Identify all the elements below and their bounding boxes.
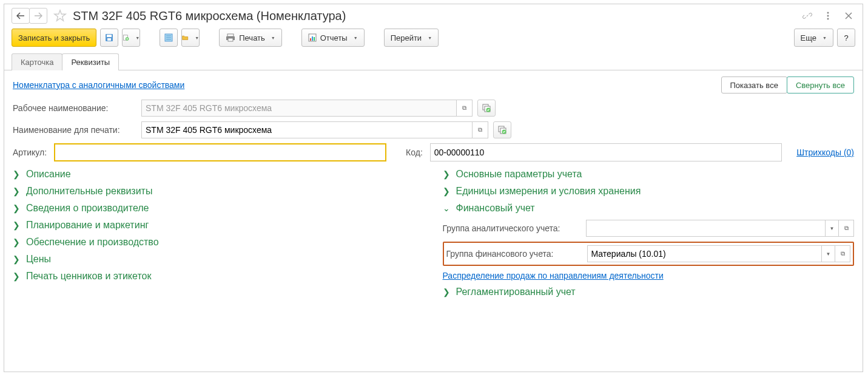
chevron-right-icon: ❯ bbox=[13, 220, 21, 230]
work-name-input[interactable] bbox=[141, 100, 457, 117]
financial-group-input[interactable] bbox=[587, 245, 822, 262]
print-button[interactable]: Печать bbox=[219, 29, 282, 47]
toolbar: Записать и закрыть Печать Отчеты Перейти… bbox=[4, 26, 863, 53]
favorite-icon[interactable] bbox=[52, 8, 68, 24]
similar-items-link[interactable]: Номенклатура с аналогичными свойствами bbox=[13, 80, 184, 90]
section-supply[interactable]: ❯Обеспечение и производство bbox=[13, 237, 425, 248]
svg-point-1 bbox=[827, 15, 829, 17]
section-prices[interactable]: ❯Цены bbox=[13, 254, 425, 265]
svg-rect-15 bbox=[314, 37, 315, 41]
reports-button[interactable]: Отчеты bbox=[301, 29, 365, 47]
open-work-name-button[interactable]: ⧉ bbox=[457, 100, 473, 117]
header: STM 32F 405 RGT6 микросхема (Номенклатур… bbox=[4, 4, 863, 26]
section-description[interactable]: ❯Описание bbox=[13, 169, 425, 180]
financial-dropdown-button[interactable]: ▼ bbox=[821, 245, 835, 262]
copy-work-name-button[interactable] bbox=[477, 100, 496, 117]
tabs: Карточка Реквизиты bbox=[4, 53, 863, 70]
barcodes-link[interactable]: Штрихкоды (0) bbox=[796, 148, 854, 157]
chevron-right-icon: ❯ bbox=[13, 271, 21, 281]
section-financial[interactable]: ⌄Финансовый учет bbox=[443, 203, 855, 214]
right-column: ❯Основные параметры учета ❯Единицы измер… bbox=[443, 169, 855, 304]
left-column: ❯Описание ❯Дополнительные реквизиты ❯Све… bbox=[13, 169, 425, 304]
more-button[interactable]: Еще bbox=[794, 29, 833, 47]
chevron-right-icon: ❯ bbox=[13, 169, 21, 179]
section-print-labels[interactable]: ❯Печать ценников и этикеток bbox=[13, 271, 425, 282]
chevron-right-icon: ❯ bbox=[13, 203, 21, 213]
sales-distribution-link[interactable]: Распределение продаж по направлениям дея… bbox=[443, 271, 664, 280]
article-input[interactable] bbox=[54, 143, 386, 161]
svg-rect-11 bbox=[228, 38, 233, 41]
section-main-params[interactable]: ❯Основные параметры учета bbox=[443, 169, 855, 180]
show-all-button[interactable]: Показать все bbox=[721, 76, 787, 93]
chevron-right-icon: ❯ bbox=[443, 186, 451, 196]
close-icon[interactable] bbox=[842, 9, 855, 22]
svg-rect-5 bbox=[107, 38, 111, 41]
folder-action-button[interactable] bbox=[122, 29, 140, 47]
svg-rect-9 bbox=[227, 34, 234, 36]
code-label: Код: bbox=[406, 148, 423, 157]
print-name-label: Наименование для печати: bbox=[13, 125, 141, 135]
svg-rect-13 bbox=[310, 38, 311, 41]
analytic-group-label: Группа аналитического учета: bbox=[443, 223, 586, 233]
section-units[interactable]: ❯Единицы измерения и условия хранения bbox=[443, 186, 855, 197]
svg-point-2 bbox=[827, 18, 829, 20]
financial-open-button[interactable]: ⧉ bbox=[835, 245, 850, 262]
svg-rect-4 bbox=[107, 35, 112, 37]
more-menu-icon[interactable] bbox=[821, 9, 835, 22]
goto-button[interactable]: Перейти bbox=[384, 29, 439, 47]
work-name-label: Рабочее наименование: bbox=[13, 103, 141, 113]
financial-group-label: Группа финансового учета: bbox=[446, 249, 587, 259]
analytic-dropdown-button[interactable]: ▼ bbox=[825, 220, 838, 237]
chevron-right-icon: ❯ bbox=[443, 169, 451, 179]
forward-button[interactable] bbox=[29, 8, 47, 24]
financial-group-row: Группа финансового учета: ▼ ⧉ bbox=[443, 242, 855, 266]
save-close-button[interactable]: Записать и закрыть bbox=[12, 29, 96, 47]
tab-card[interactable]: Карточка bbox=[12, 53, 62, 70]
analytic-group-input[interactable] bbox=[586, 220, 826, 237]
open-print-name-button[interactable]: ⧉ bbox=[473, 121, 488, 138]
article-label: Артикул: bbox=[13, 148, 47, 157]
page-title: STM 32F 405 RGT6 микросхема (Номенклатур… bbox=[73, 9, 346, 23]
analytic-open-button[interactable]: ⧉ bbox=[838, 220, 854, 237]
back-button[interactable] bbox=[12, 8, 30, 24]
section-manufacturer[interactable]: ❯Сведения о производителе bbox=[13, 203, 425, 214]
chevron-right-icon: ❯ bbox=[13, 237, 21, 247]
collapse-all-button[interactable]: Свернуть все bbox=[787, 76, 854, 93]
tab-details[interactable]: Реквизиты bbox=[62, 53, 119, 70]
folder-button[interactable] bbox=[181, 29, 200, 47]
chevron-right-icon: ❯ bbox=[13, 186, 21, 196]
save-button[interactable] bbox=[100, 29, 118, 47]
chevron-down-icon: ⌄ bbox=[443, 203, 451, 213]
chevron-right-icon: ❯ bbox=[13, 254, 21, 264]
svg-point-0 bbox=[827, 12, 829, 14]
copy-print-name-button[interactable] bbox=[493, 121, 511, 138]
code-input[interactable] bbox=[430, 143, 782, 161]
section-planning[interactable]: ❯Планирование и маркетинг bbox=[13, 220, 425, 231]
section-regulated[interactable]: ❯Регламентированный учет bbox=[443, 287, 855, 297]
print-name-input[interactable] bbox=[141, 121, 473, 138]
chevron-right-icon: ❯ bbox=[443, 287, 451, 297]
svg-rect-14 bbox=[312, 36, 313, 41]
help-button[interactable]: ? bbox=[837, 29, 855, 47]
section-additional[interactable]: ❯Дополнительные реквизиты bbox=[13, 186, 425, 197]
link-icon[interactable] bbox=[801, 9, 814, 22]
list-button[interactable] bbox=[160, 29, 178, 47]
